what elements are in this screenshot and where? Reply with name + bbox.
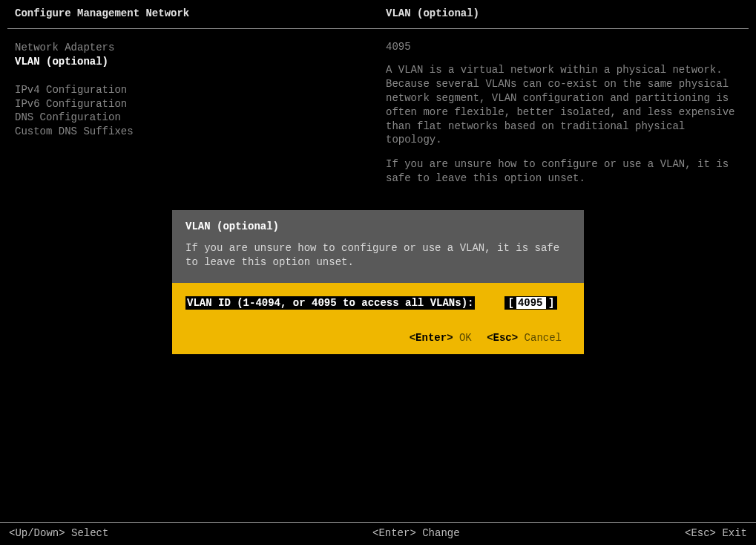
detail-panel: 4095 A VLAN is a virtual network within … (386, 41, 741, 196)
footer-hint-select: <Up/Down> Select (9, 527, 372, 539)
dialog-actions: <Enter> OK <Esc> Cancel (185, 332, 571, 344)
bracket-close: ] (548, 297, 554, 309)
dialog-body: VLAN ID (1-4094, or 4095 to access all V… (172, 283, 584, 354)
page-title-right: VLAN (optional) (386, 7, 479, 19)
vlan-id-label: VLAN ID (1-4094, or 4095 to access all V… (185, 296, 475, 310)
sidebar-item-dns-suffixes[interactable]: Custom DNS Suffixes (15, 125, 386, 139)
content-area: Network Adapters VLAN (optional) IPv4 Co… (0, 29, 756, 196)
dialog-header: VLAN (optional) If you are unsure how to… (172, 210, 584, 283)
vlan-id-input[interactable]: [ 4095 ] (504, 296, 557, 310)
dialog-help-text: If you are unsure how to configure or us… (185, 241, 571, 270)
sidebar-item-network-adapters[interactable]: Network Adapters (15, 41, 386, 55)
ok-button[interactable]: <Enter> OK (410, 332, 481, 344)
dialog-title: VLAN (optional) (185, 221, 571, 232)
footer-hint-exit: <Esc> Exit (685, 527, 747, 539)
detail-description-2: If you are unsure how to configure or us… (386, 157, 741, 186)
cancel-button[interactable]: <Esc> Cancel (487, 332, 571, 344)
sidebar-item-ipv6[interactable]: IPv6 Configuration (15, 97, 386, 111)
footer-bar: <Up/Down> Select <Enter> Change <Esc> Ex… (0, 522, 756, 545)
vlan-id-input-row: VLAN ID (1-4094, or 4095 to access all V… (185, 296, 571, 310)
header-bar: Configure Management Network VLAN (optio… (0, 0, 756, 25)
page-title-left: Configure Management Network (15, 7, 189, 19)
sidebar-item-ipv4[interactable]: IPv4 Configuration (15, 83, 386, 97)
vlan-id-value[interactable]: 4095 (516, 297, 546, 309)
sidebar-menu: Network Adapters VLAN (optional) IPv4 Co… (15, 41, 386, 196)
sidebar-spacer (15, 69, 386, 83)
sidebar-item-dns[interactable]: DNS Configuration (15, 111, 386, 125)
bracket-open: [ (507, 297, 513, 309)
detail-current-value: 4095 (386, 41, 741, 53)
vlan-dialog: VLAN (optional) If you are unsure how to… (172, 210, 584, 354)
sidebar-item-vlan[interactable]: VLAN (optional) (15, 55, 386, 69)
detail-description-1: A VLAN is a virtual network within a phy… (386, 63, 741, 147)
footer-hint-change: <Enter> Change (372, 527, 685, 539)
